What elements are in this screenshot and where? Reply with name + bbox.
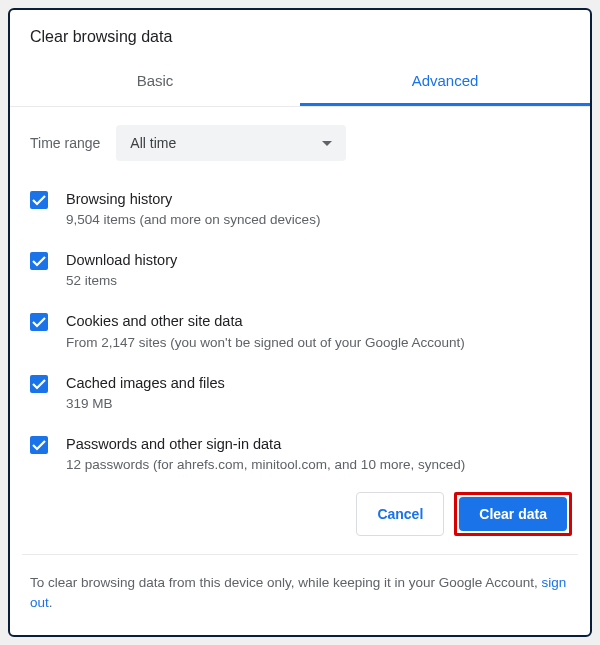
option-desc: 52 items [66,272,177,291]
option-download-history: Download history 52 items [10,240,590,301]
checkbox-cached[interactable] [30,375,48,393]
option-browsing-history: Browsing history 9,504 items (and more o… [10,179,590,240]
cancel-button[interactable]: Cancel [356,492,444,536]
option-desc: 319 MB [66,395,225,414]
clear-data-button[interactable]: Clear data [459,497,567,531]
time-range-label: Time range [30,135,100,151]
option-desc: From 2,147 sites (you won't be signed ou… [66,334,465,353]
tab-basic[interactable]: Basic [10,60,300,106]
option-text: Download history 52 items [66,250,177,291]
option-desc: 12 passwords (for ahrefs.com, minitool.c… [66,456,465,472]
check-icon [32,439,46,451]
check-icon [32,316,46,328]
clear-browsing-data-dialog: Clear browsing data Basic Advanced Time … [8,8,592,637]
check-icon [32,255,46,267]
check-icon [32,194,46,206]
option-cached: Cached images and files 319 MB [10,363,590,424]
option-title: Passwords and other sign-in data [66,434,465,454]
scroll-area[interactable]: Time range All time Browsing history 9,5… [10,107,590,473]
checkbox-passwords[interactable] [30,436,48,454]
option-text: Passwords and other sign-in data 12 pass… [66,434,465,473]
option-passwords: Passwords and other sign-in data 12 pass… [10,424,590,473]
option-title: Cached images and files [66,373,225,393]
option-desc: 9,504 items (and more on synced devices) [66,211,320,230]
chevron-down-icon [322,141,332,146]
tab-advanced[interactable]: Advanced [300,60,590,106]
footer-note: To clear browsing data from this device … [10,555,590,636]
checkbox-download-history[interactable] [30,252,48,270]
check-icon [32,378,46,390]
footer-text-after: . [49,595,53,610]
option-text: Cookies and other site data From 2,147 s… [66,311,465,352]
time-range-row: Time range All time [10,107,590,179]
option-title: Cookies and other site data [66,311,465,331]
clear-data-highlight: Clear data [454,492,572,536]
option-cookies: Cookies and other site data From 2,147 s… [10,301,590,362]
option-title: Download history [66,250,177,270]
dialog-actions: Cancel Clear data [10,473,590,554]
checkbox-browsing-history[interactable] [30,191,48,209]
tabs: Basic Advanced [10,60,590,107]
option-text: Browsing history 9,504 items (and more o… [66,189,320,230]
time-range-value: All time [130,135,176,151]
checkbox-cookies[interactable] [30,313,48,331]
option-title: Browsing history [66,189,320,209]
option-text: Cached images and files 319 MB [66,373,225,414]
footer-text-before: To clear browsing data from this device … [30,575,542,590]
dialog-title: Clear browsing data [10,10,590,60]
time-range-dropdown[interactable]: All time [116,125,346,161]
